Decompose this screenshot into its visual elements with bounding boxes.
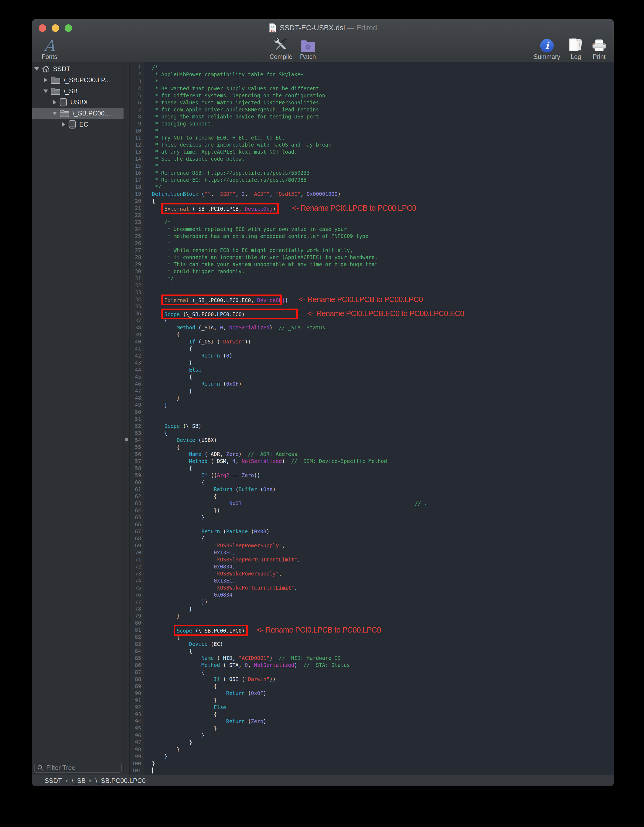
code-line[interactable]: 12 * These devices are incompatible with… [129,141,614,148]
code-line[interactable]: 28 * it connects an incompatible driver … [129,254,614,261]
code-line[interactable]: 90 Return (0x0F) [129,690,614,697]
code-line[interactable]: 37 { [129,317,614,324]
code-line[interactable]: 101 [129,767,614,774]
code-line[interactable]: 11 * Try NOT to rename EC0, H_EC, etc. t… [129,134,614,141]
sidebar-item-sb[interactable]: \_SB [32,86,123,97]
code-line[interactable]: 48 } [129,394,614,401]
code-line[interactable]: 78 } [129,605,614,612]
breadcrumb-item[interactable]: \_SB.PC00.LPC0 [95,777,145,785]
code-line[interactable]: 6 * these values must match injected IOK… [129,99,614,106]
code-line[interactable]: 56 Name (_ADR, Zero) // _ADR: Address [129,451,614,457]
code-line[interactable]: 14 * See the disable code below. [129,155,614,162]
splitter-handle-icon[interactable] [125,438,128,441]
code-line[interactable]: 66 [129,521,614,528]
code-line[interactable]: 38 Method (_STA, 0, NotSerialized) // _S… [129,324,614,331]
code-line[interactable]: 95 } [129,725,614,732]
code-line[interactable]: 73 "kUSBWakePowerSupply", [129,570,614,577]
code-line[interactable]: 49 } [129,401,614,408]
log-button[interactable]: Log [568,36,583,61]
code-line[interactable]: 98 } [129,746,614,753]
code-line[interactable]: 72 0x0834, [129,563,614,570]
code-line[interactable]: 93 { [129,711,614,718]
code-line[interactable]: 29 * This can make your system unbootabl… [129,261,614,268]
code-line[interactable]: 82 { [129,634,614,640]
code-line[interactable]: 69 "kUSBSleepPowerSupply", [129,542,614,549]
code-line[interactable]: 25 * motherboard has an existing embedde… [129,232,614,240]
code-line[interactable]: 40 If (_OSI ("Darwin")) [129,338,614,345]
code-line[interactable]: 2 * AppleUsbPower compatibility table fo… [129,71,614,78]
code-line[interactable]: 47 } [129,387,614,394]
compile-button[interactable]: Compile [270,36,292,61]
code-line[interactable]: 64 }) [129,507,614,514]
titlebar[interactable]: DSL SSDT-EC-USBX.dsl — Edited [32,19,614,36]
code-line[interactable]: 99 } [129,753,614,760]
code-line[interactable]: 62 { [129,493,614,500]
code-line[interactable]: 79 } [129,612,614,619]
sidebar-tree[interactable]: SSDT\_SB.PC00.LP...\_SBUSBX\_SB.PC00....… [32,62,123,761]
code-line[interactable]: 15 * [129,162,614,169]
code-line[interactable]: 76 0x0834 [129,591,614,598]
code-line[interactable]: 85 Name (_HID, "ACID0001") // _HID: Hard… [129,654,614,662]
print-button[interactable]: Print [591,36,607,61]
chevron-right-icon[interactable] [43,78,48,83]
code-line[interactable]: 46 Return (0x0F) [129,380,614,387]
code-line[interactable]: 70 0x13EC, [129,549,614,556]
breadcrumb-item[interactable]: \_SB [72,777,86,785]
code-line[interactable]: 50 [129,408,614,415]
code-line[interactable]: 5 * for different systems. Depending on … [129,92,614,99]
code-line[interactable]: 91 } [129,697,614,704]
code-line[interactable]: 53 { [129,429,614,437]
summary-button[interactable]: i Summary [534,36,560,61]
code-line[interactable]: 22 [129,211,614,218]
code-line[interactable]: 36 Scope (\_SB.PC00.LPC0.EC0)<- Rename P… [129,310,614,317]
code-line[interactable]: 1/* [129,64,614,71]
code-line[interactable]: 75 "kUSBWakePortCurrentLimit", [129,584,614,591]
code-line[interactable]: 61 Return (Buffer (One) [129,486,614,493]
code-line[interactable]: 68 { [129,535,614,542]
code-line[interactable]: 77 }) [129,598,614,605]
code-line[interactable]: 43 } [129,359,614,366]
code-line[interactable]: 42 Return (0) [129,352,614,359]
code-line[interactable]: 92 Else [129,704,614,711]
code-line[interactable]: 26 * [129,240,614,247]
code-line[interactable]: 21 External (_SB_.PCI0.LPCB, DeviceObj)<… [129,204,614,211]
code-line[interactable]: 45 { [129,373,614,380]
code-line[interactable]: 83 Device (EC) [129,640,614,648]
sidebar-item-sbpc00lp[interactable]: \_SB.PC00.LP... [32,74,123,86]
code-line[interactable]: 57 Method (_DSM, 4, NotSerialized) // _D… [129,457,614,465]
code-line[interactable]: 58 { [129,465,614,472]
code-line[interactable]: 100} [129,760,614,767]
code-line[interactable]: 97 } [129,739,614,746]
filter-input[interactable] [46,764,119,772]
code-line[interactable]: 51 [129,415,614,423]
code-line[interactable]: 52 Scope (\_SB) [129,423,614,429]
code-line[interactable]: 4 * Be warned that power supply values c… [129,85,614,92]
code-line[interactable]: 74 0x13EC, [129,577,614,584]
code-line[interactable]: 23 /* [129,218,614,226]
breadcrumb-item[interactable]: SSDT [45,777,62,785]
code-line[interactable]: 17 * Reference EC: https://applelife.ru/… [129,176,614,183]
code-line[interactable]: 32 [129,282,614,289]
zoom-button[interactable] [65,24,72,32]
code-line[interactable]: 9 * charging support. [129,120,614,127]
chevron-down-icon[interactable] [52,112,57,115]
sidebar-item-ssdt[interactable]: SSDT [32,63,123,74]
code-line[interactable]: 16 * Reference USB: https://applelife.ru… [129,169,614,176]
code-line[interactable]: 24 * Uncomment replacing EC0 with your o… [129,226,614,232]
code-line[interactable]: 63 0x03 // . [129,500,614,507]
code-line[interactable]: 86 Method (_STA, 0, NotSerialized) // _S… [129,662,614,668]
code-line[interactable]: 81 Scope (\_SB.PC00.LPC0)<- Rename PCI0.… [129,626,614,634]
code-line[interactable]: 44 Else [129,366,614,373]
code-line[interactable]: 87 { [129,668,614,676]
code-line[interactable]: 55 { [129,443,614,451]
sidebar-item-ec[interactable]: EC [32,119,123,130]
fonts-button[interactable]: A Fonts [36,36,63,61]
code-line[interactable]: 41 { [129,345,614,352]
sidebar-item-usbx[interactable]: USBX [32,97,123,108]
code-line[interactable]: 18 */ [129,183,614,190]
code-line[interactable]: 88 If (_OSI ("Darwin")) [129,676,614,683]
chevron-down-icon[interactable] [43,89,48,93]
code-line[interactable]: 3 * [129,78,614,85]
code-line[interactable]: 27 * While renaming EC0 to EC might pote… [129,247,614,254]
code-line[interactable]: 34 External (_SB_.PC00.LPC0.EC0, DeviceO… [129,296,614,303]
